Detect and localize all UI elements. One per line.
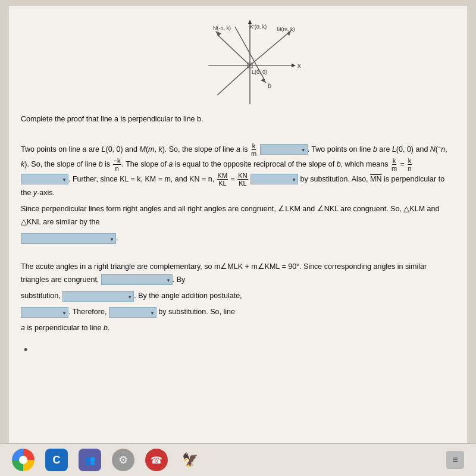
main-content: x b N(-n, k) K'(0, k) M(m, k) L(0, 0): [9, 6, 467, 443]
proof-paragraph-1: Two points on line a are L(0, 0) and M(m…: [21, 142, 455, 200]
svg-text:b: b: [268, 82, 271, 89]
taskbar: C 👥 ⚙ ☎ 🦅 ≡: [0, 443, 476, 476]
phone-icon[interactable]: ☎: [145, 449, 168, 471]
proof-paragraph-2: Since perpendicular lines form right ang…: [21, 203, 455, 228]
bullet-point: •: [24, 344, 27, 356]
fraction-k-over-m: k m: [250, 142, 257, 157]
camtasia-icon[interactable]: C: [45, 449, 68, 471]
gear-icon[interactable]: ⚙: [112, 449, 134, 471]
proof-paragraph-3: The acute angles in a right triangle are…: [21, 261, 455, 286]
svg-text:M(m, k): M(m, k): [277, 26, 295, 32]
svg-marker-3: [248, 20, 252, 24]
menu-icon[interactable]: ≡: [446, 451, 464, 469]
fraction-km-kl: KM KL: [217, 172, 228, 187]
proof-conclusion: a is perpendicular to line b.: [21, 322, 455, 334]
fraction-neg-k-over-n: −k n: [113, 157, 121, 172]
fraction-kn-kl: KN KL: [237, 172, 248, 187]
proof-paragraph-3b: substitution, . By the angle addition po…: [21, 290, 455, 302]
dropdown-therefore[interactable]: [109, 307, 156, 318]
taskbar-right: ≡: [446, 451, 464, 469]
proof-paragraph-3c: . Therefore, by substitution. So, line: [21, 306, 455, 318]
dropdown-similar-reason[interactable]: [21, 233, 116, 244]
proof-text: Complete the proof that line a is perpen…: [21, 113, 455, 359]
dropdown-reciprocal[interactable]: [21, 174, 68, 184]
proof-dropdown-row-1: .: [21, 232, 455, 245]
fraction-k-n-2: k n: [407, 157, 412, 172]
svg-marker-6: [261, 79, 267, 83]
diagram-area: x b N(-n, k) K'(0, k) M(m, k) L(0, 0): [21, 12, 455, 107]
svg-text:K'(0, k): K'(0, k): [250, 24, 267, 30]
fraction-k-m-2: k m: [391, 157, 397, 172]
dropdown-substitution2[interactable]: [62, 291, 134, 302]
dropdown-congruent-angles[interactable]: [101, 274, 173, 285]
teams-icon[interactable]: 👥: [79, 449, 101, 471]
proof-heading: Complete the proof that line a is perpen…: [21, 113, 455, 126]
bird-icon[interactable]: 🦅: [178, 449, 201, 471]
geometry-diagram: x b N(-n, k) K'(0, k) M(m, k) L(0, 0): [173, 12, 303, 107]
svg-text:L(0, 0): L(0, 0): [252, 69, 267, 75]
chrome-center: [19, 456, 27, 464]
svg-line-10: [217, 65, 250, 95]
svg-text:N(-n, k): N(-n, k): [213, 25, 231, 31]
chrome-icon[interactable]: [12, 449, 35, 471]
svg-line-11: [217, 35, 250, 65]
svg-marker-12: [215, 31, 221, 36]
dropdown-angle-addition[interactable]: [21, 307, 68, 318]
svg-marker-1: [292, 64, 296, 67]
dropdown-substitution1[interactable]: [250, 174, 298, 184]
dropdown-slope-a[interactable]: [260, 144, 308, 155]
svg-text:x: x: [298, 62, 301, 69]
svg-line-8: [250, 33, 289, 65]
